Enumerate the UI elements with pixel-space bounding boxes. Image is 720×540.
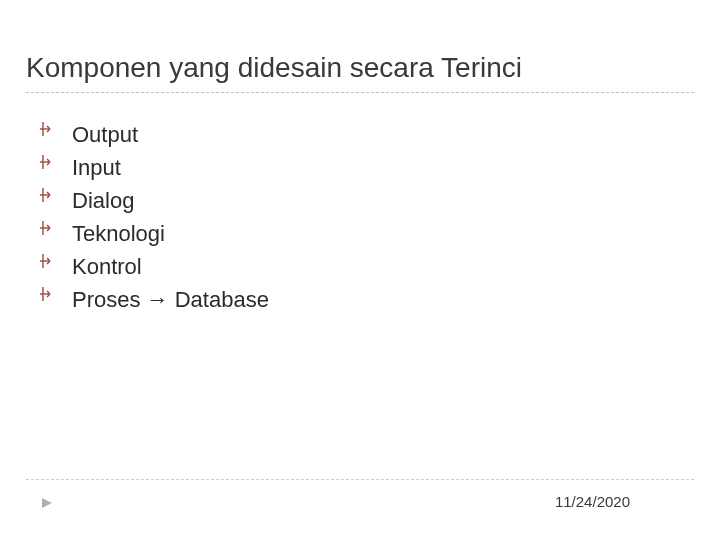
list-item-label: Teknologi	[72, 217, 165, 250]
list-item: Dialog	[40, 184, 680, 217]
footer-divider	[26, 479, 694, 480]
list-item: Kontrol	[40, 250, 680, 283]
bullet-icon	[40, 118, 58, 140]
list-item: Teknologi	[40, 217, 680, 250]
list-item-label: Dialog	[72, 184, 134, 217]
slide: Komponen yang didesain secara Terinci Ou…	[0, 0, 720, 540]
bullet-icon	[40, 151, 58, 173]
list-item-label: Proses → Database	[72, 283, 269, 316]
list-item: Input	[40, 151, 680, 184]
list-item: Proses → Database	[40, 283, 680, 316]
list-item: Output	[40, 118, 680, 151]
title-divider	[26, 92, 694, 93]
bullet-icon	[40, 217, 58, 239]
list-item-label: Kontrol	[72, 250, 142, 283]
bullet-list: Output Input Dialog Teknologi Kontrol	[40, 118, 680, 316]
list-item-label: Output	[72, 118, 138, 151]
footer-date: 11/24/2020	[555, 493, 630, 510]
bullet-icon	[40, 250, 58, 272]
list-item-label: Input	[72, 151, 121, 184]
corner-marker-icon	[40, 496, 54, 510]
bullet-icon	[40, 184, 58, 206]
bullet-icon	[40, 283, 58, 305]
svg-marker-24	[42, 498, 52, 508]
slide-title: Komponen yang didesain secara Terinci	[26, 52, 522, 84]
